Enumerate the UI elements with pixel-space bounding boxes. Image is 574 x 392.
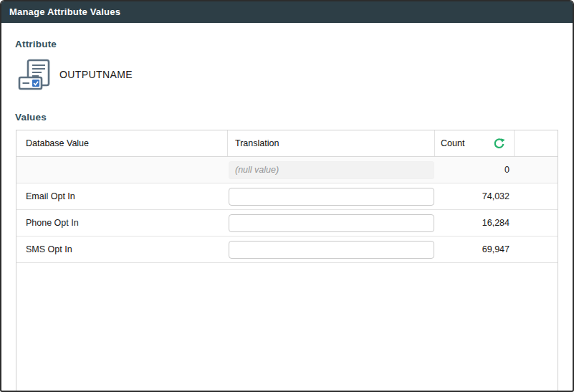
attribute-section-label: Attribute [15, 39, 573, 49]
translation-cell [228, 183, 435, 209]
row-spacer-cell [515, 236, 558, 262]
database-value-cell: SMS Opt In [16, 236, 228, 262]
count-cell: 69,947 [435, 236, 515, 262]
translation-input[interactable] [229, 241, 434, 259]
translation-cell [228, 236, 435, 262]
row-spacer-cell [515, 210, 558, 236]
count-cell: 16,284 [435, 210, 515, 236]
translation-input[interactable] [229, 188, 434, 206]
table-row: Email Opt In74,032 [16, 183, 558, 210]
values-section-label: Values [15, 112, 573, 123]
column-header-spacer [515, 130, 558, 156]
table-header-row: Database Value Translation Count [16, 130, 558, 157]
column-header-translation: Translation [228, 130, 435, 156]
manage-attribute-values-dialog: Manage Attribute Values Attribute OUTPUT… [0, 0, 574, 392]
dialog-title: Manage Attribute Values [1, 1, 573, 23]
attribute-checklist-icon [18, 59, 52, 90]
column-header-database-value: Database Value [16, 130, 228, 156]
count-header-label: Count [441, 138, 464, 148]
values-table: Database Value Translation Count (null v… [16, 130, 558, 391]
attribute-row: OUTPUTNAME [18, 59, 573, 90]
count-cell: 0 [435, 157, 515, 183]
table-row: Phone Opt In16,284 [16, 210, 558, 236]
translation-input[interactable] [229, 214, 434, 232]
row-spacer-cell [515, 157, 558, 183]
attribute-name: OUTPUTNAME [59, 69, 133, 80]
database-value-cell: Email Opt In [16, 183, 228, 209]
table-body: (null value)0Email Opt In74,032Phone Opt… [16, 157, 558, 263]
row-spacer-cell [515, 183, 558, 209]
database-value-cell: Phone Opt In [16, 210, 228, 236]
translation-null-value: (null value) [229, 161, 434, 179]
column-header-count: Count [435, 130, 515, 156]
refresh-icon[interactable] [493, 138, 505, 150]
count-cell: 74,032 [435, 183, 515, 209]
translation-cell: (null value) [228, 157, 435, 183]
table-row: SMS Opt In69,947 [16, 236, 558, 263]
database-value-cell [16, 157, 228, 183]
translation-cell [228, 210, 435, 236]
table-row: (null value)0 [16, 157, 558, 183]
